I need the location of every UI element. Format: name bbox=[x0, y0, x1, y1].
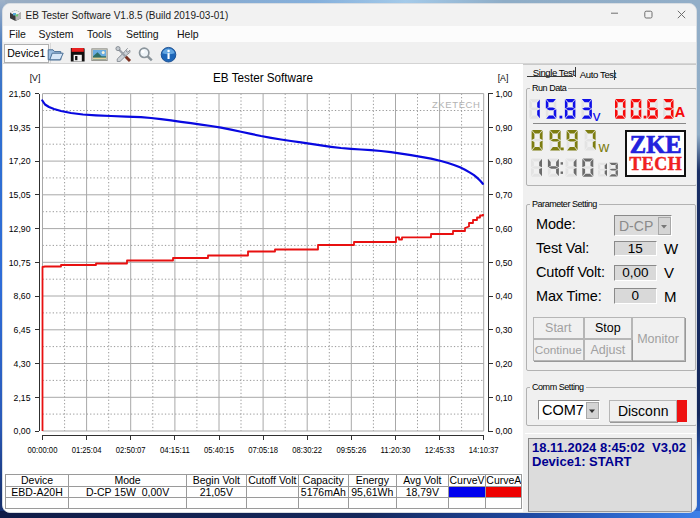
svg-text:w: w bbox=[598, 138, 610, 155]
svg-text:A: A bbox=[675, 104, 686, 120]
svg-text:v: v bbox=[593, 107, 601, 124]
